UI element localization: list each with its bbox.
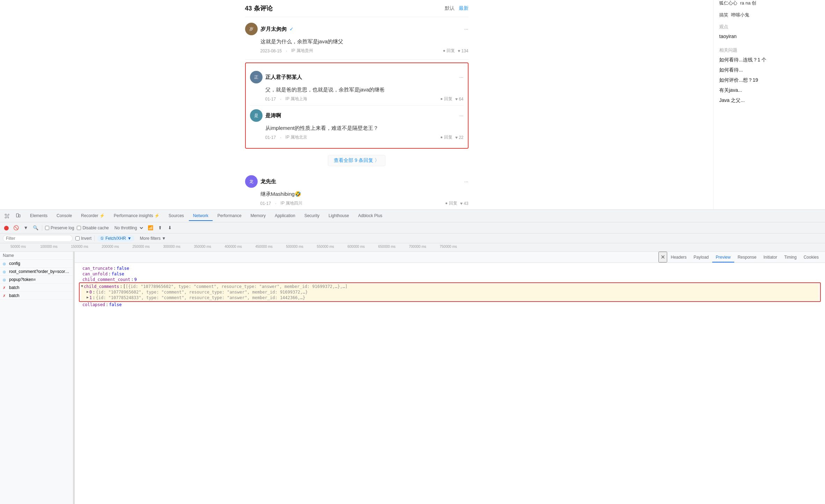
invert-input[interactable]: [75, 236, 80, 240]
reply-btn-1[interactable]: ● 回复: [443, 48, 455, 54]
comment-meta-3: 01-17 · IP 属地北京 ● 回复 ♥ 22: [250, 134, 464, 140]
comment-actions-4: ● 回复 ♥ 43: [445, 200, 468, 206]
upload-icon[interactable]: ⬆: [157, 224, 164, 231]
right-sidebar: 狐仁心心 ra na 创 搞笑 哗嗦小鬼 观点 taoyiran 相关问题 如何…: [713, 0, 825, 209]
comment-menu-3[interactable]: ···: [459, 113, 464, 118]
tab-recorder[interactable]: Recorder ⚡: [77, 211, 109, 221]
tab-perf-insights[interactable]: Performance insights ⚡: [110, 211, 164, 221]
clear-btn[interactable]: 🚫: [13, 224, 20, 231]
network-item-popup[interactable]: ◎ popup?token=: [0, 276, 73, 284]
root-comment-icon: ◎: [3, 270, 8, 274]
comment-location-2: IP 属地上海: [286, 96, 307, 102]
detail-tab-initiator[interactable]: Initiator: [760, 253, 781, 262]
like-btn-3[interactable]: ♥ 22: [455, 135, 464, 140]
tick-100000: 100000 ms: [34, 245, 64, 250]
tab-application[interactable]: Application: [271, 211, 300, 221]
reply-btn-4[interactable]: ● 回复: [445, 200, 457, 206]
fetch-xhr-label: Fetch/XHR: [105, 236, 126, 241]
preserve-log-checkbox[interactable]: Preserve log: [45, 225, 74, 230]
tab-network[interactable]: Network: [189, 211, 213, 221]
record-btn[interactable]: ⬤: [3, 224, 10, 231]
tab-lighthouse[interactable]: Lighthouse: [324, 211, 353, 221]
disable-cache-checkbox[interactable]: Disable cache: [77, 225, 109, 230]
comment-menu-2[interactable]: ···: [459, 74, 464, 80]
like-btn-1[interactable]: ♥ 134: [458, 49, 469, 53]
tick-500000: 500000 ms: [279, 245, 310, 250]
sidebar-related-1[interactable]: 如何看待...连线？1 个: [719, 56, 819, 64]
root-comment-name: root_comment?order_by=score...: [9, 269, 70, 274]
download-icon[interactable]: ⬇: [167, 224, 174, 231]
sidebar-top-3: 搞笑: [719, 12, 728, 18]
network-list: ◎ config ◎ root_comment?order_by=score..…: [0, 260, 73, 504]
network-item-config[interactable]: ◎ config: [0, 260, 73, 268]
comment-text-3: 从implement的性质上来看，难道不是隔壁老王？: [250, 124, 464, 132]
devtools-tabs: Elements Console Recorder ⚡ Performance …: [0, 210, 825, 222]
page-wrapper: 43 条评论 默认 最新 岁 岁月太匆匆 ✓ ··· 这就是为什么，余胜军是ja…: [0, 0, 825, 504]
sidebar-related-3[interactable]: 如何评价...想？19: [719, 76, 819, 84]
search-btn[interactable]: 🔍: [32, 224, 39, 231]
view-all-btn[interactable]: 查看全部 9 条回复 〉: [328, 155, 385, 166]
network-left: Name ◎ config ◎ root_comment?order_by=sc…: [0, 252, 73, 504]
author-name-4: 龙先生: [260, 178, 276, 185]
more-filters-arrow: ▼: [162, 236, 166, 241]
tab-security[interactable]: Security: [300, 211, 324, 221]
sidebar-related-2[interactable]: 如何看待...: [719, 66, 819, 74]
item0-expand[interactable]: ▶: [87, 290, 89, 294]
preserve-log-input[interactable]: [45, 226, 49, 230]
detail-tab-headers[interactable]: Headers: [667, 253, 690, 262]
invert-checkbox[interactable]: Invert: [75, 236, 91, 241]
tab-adblock[interactable]: Adblock Plus: [354, 211, 386, 221]
comments-sort: 默认 最新: [445, 5, 469, 12]
json-line-item1: ▶ 1 : {id: "10778524833", type: "comment…: [81, 295, 819, 301]
reply-btn-2[interactable]: ● 回复: [440, 96, 452, 102]
sidebar-related-5[interactable]: Java 之父...: [719, 97, 819, 104]
detail-tab-preview[interactable]: Preview: [712, 253, 734, 262]
filter-btn[interactable]: ▼: [22, 224, 29, 231]
detail-tab-cookies[interactable]: Cookies: [800, 253, 822, 262]
detail-tab-response[interactable]: Response: [734, 253, 760, 262]
comment-menu-4[interactable]: ···: [464, 179, 469, 184]
batch1-icon: ✗: [3, 286, 8, 290]
network-item-root-comment[interactable]: ◎ root_comment?order_by=score...: [0, 268, 73, 276]
comment-menu-1[interactable]: ···: [464, 26, 469, 32]
network-item-batch-2[interactable]: ✗ batch: [0, 292, 73, 300]
fetch-xhr-arrow[interactable]: ▼: [127, 236, 132, 241]
json-highlighted-section: ▼ child_comments : [ [{id: "10778965602"…: [79, 282, 821, 302]
detail-close-btn[interactable]: ✕: [658, 252, 667, 262]
sidebar-item-taoyiran[interactable]: taoyiran: [719, 33, 819, 40]
json-line-can-unfold: can_unfold : false: [79, 271, 821, 277]
sort-latest[interactable]: 最新: [459, 5, 469, 12]
tab-sources[interactable]: Sources: [164, 211, 188, 221]
avatar-3: 是: [250, 109, 263, 122]
like-btn-2[interactable]: ♥ 64: [455, 97, 464, 102]
sidebar-title-related: 相关问题: [719, 47, 819, 53]
filter-input[interactable]: [3, 235, 73, 242]
tab-elements[interactable]: Elements: [26, 211, 52, 221]
network-list-header: Name: [0, 252, 73, 260]
sidebar-related-4[interactable]: 有关java...: [719, 87, 819, 94]
network-toolbar: ⬤ 🚫 ▼ 🔍 Preserve log Disable cache No th…: [0, 222, 825, 234]
disable-cache-input[interactable]: [77, 226, 81, 230]
device-icon[interactable]: [14, 212, 22, 220]
main-content: 43 条评论 默认 最新 岁 岁月太匆匆 ✓ ··· 这就是为什么，余胜军是ja…: [238, 0, 476, 209]
reply-btn-3[interactable]: ● 回复: [440, 134, 452, 140]
network-item-batch-1[interactable]: ✗ batch: [0, 284, 73, 292]
like-btn-4[interactable]: ♥ 43: [460, 201, 469, 206]
tab-performance[interactable]: Performance: [213, 211, 246, 221]
throttle-select[interactable]: No throttling: [112, 224, 144, 231]
more-filters-btn[interactable]: More filters ▼: [137, 235, 169, 242]
tab-console[interactable]: Console: [52, 211, 76, 221]
tick-300000: 300000 ms: [156, 245, 187, 250]
sort-default[interactable]: 默认: [445, 5, 455, 12]
fetch-xhr-tag[interactable]: ① Fetch/XHR ▼: [97, 235, 134, 242]
child-comments-expand[interactable]: ▼: [81, 284, 83, 288]
detail-tab-payload[interactable]: Payload: [690, 253, 712, 262]
tab-memory[interactable]: Memory: [246, 211, 270, 221]
inspect-icon[interactable]: [3, 212, 11, 220]
timeline-header: 50000 ms 100000 ms 150000 ms 200000 ms 2…: [0, 243, 825, 252]
config-name: config: [9, 261, 70, 266]
detail-tab-timing[interactable]: Timing: [781, 253, 800, 262]
svg-rect-1: [16, 214, 19, 217]
item1-expand[interactable]: ▶: [87, 295, 89, 299]
comment-date-3: 01-17: [265, 135, 276, 140]
